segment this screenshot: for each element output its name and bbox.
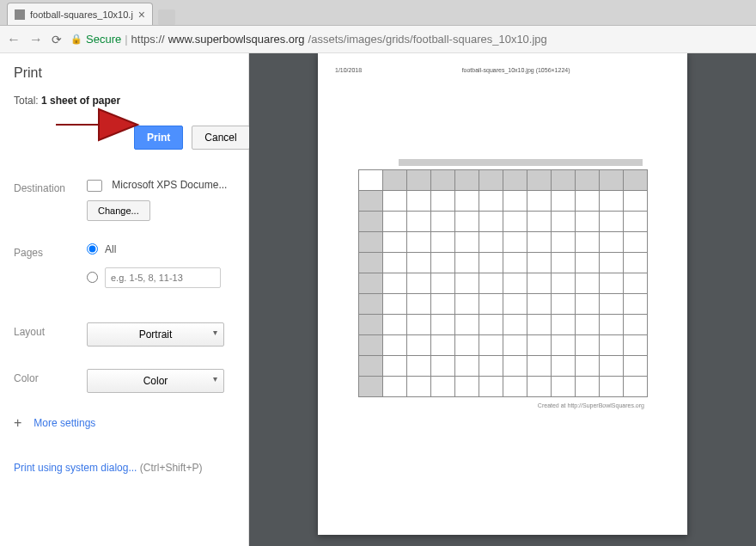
color-select[interactable]: Color	[87, 369, 224, 393]
printer-icon	[87, 180, 102, 192]
grid-cell	[623, 294, 647, 315]
grid-cell	[454, 377, 479, 397]
grid-cell	[358, 232, 382, 253]
color-row: Color Color	[14, 369, 235, 393]
grid-cell	[479, 273, 503, 294]
grid-cell	[503, 315, 527, 335]
grid-cell	[503, 377, 527, 397]
grid-cell	[430, 377, 454, 397]
pages-all-label: All	[105, 243, 116, 255]
print-title: Print	[14, 65, 235, 81]
grid-cell	[551, 273, 575, 294]
page-header-left: 1/10/2018	[335, 67, 362, 73]
layout-select[interactable]: Portrait	[87, 322, 224, 347]
grid-cell	[599, 315, 623, 335]
grid-cell	[382, 294, 406, 315]
grid-cell	[527, 170, 551, 191]
button-row: Print Cancel	[134, 126, 235, 150]
grid-cell	[479, 212, 503, 232]
forward-button[interactable]: →	[29, 32, 43, 47]
grid-cell	[503, 170, 527, 191]
grid-cell	[527, 315, 551, 335]
new-tab-button[interactable]	[158, 9, 175, 25]
grid-cell	[382, 315, 406, 335]
grid-cell	[406, 356, 430, 377]
grid-cell	[575, 273, 599, 294]
page-header: 1/10/2018 football-squares_10x10.jpg (10…	[335, 67, 670, 73]
grid-cell	[358, 253, 382, 273]
url-prefix: https://	[131, 33, 165, 46]
pages-range-radio[interactable]	[87, 272, 98, 283]
pages-range-input[interactable]	[105, 267, 221, 288]
created-by-text: Created at http://SuperBowlSquares.org	[335, 402, 644, 408]
grid-cell	[623, 377, 647, 397]
grid-cell	[527, 273, 551, 294]
grid-cell	[599, 191, 623, 212]
grid-cell	[599, 294, 623, 315]
grid-cell	[454, 191, 479, 212]
grid-cell	[551, 170, 575, 191]
grid-cell	[406, 377, 430, 397]
grid-cell	[454, 232, 479, 253]
destination-label: Destination	[14, 179, 87, 194]
pages-all-radio[interactable]	[87, 243, 98, 255]
grid-cell	[454, 170, 479, 191]
url-path: /assets/images/grids/football-squares_10…	[308, 33, 547, 46]
grid-cell	[503, 273, 527, 294]
grid-cell	[575, 294, 599, 315]
grid-cell	[382, 253, 406, 273]
more-settings-toggle[interactable]: + More settings	[14, 415, 235, 431]
grid-cell	[551, 335, 575, 356]
grid-cell	[623, 315, 647, 335]
url-input[interactable]: 🔒 Secure | https://www.superbowlsquares.…	[70, 33, 749, 46]
change-destination-button[interactable]: Change...	[87, 200, 150, 221]
color-label: Color	[14, 369, 87, 384]
grid-cell	[479, 253, 503, 273]
grid-cell	[406, 335, 430, 356]
url-domain: www.superbowlsquares.org	[168, 33, 305, 46]
page-icon	[15, 9, 25, 20]
grid-cell	[382, 377, 406, 397]
grid-cell	[503, 253, 527, 273]
grid-cell	[599, 335, 623, 356]
grid-cell	[503, 335, 527, 356]
grid-cell	[358, 356, 382, 377]
lock-icon: 🔒	[70, 34, 82, 45]
grid-cell	[479, 170, 503, 191]
grid-cell	[454, 273, 479, 294]
back-button[interactable]: ←	[7, 32, 21, 47]
grid-cell	[503, 212, 527, 232]
grid-cell	[406, 232, 430, 253]
grid-cell	[599, 253, 623, 273]
plus-icon: +	[14, 415, 21, 431]
grid-cell	[623, 232, 647, 253]
grid-cell	[503, 356, 527, 377]
browser-tab[interactable]: football-squares_10x10.j ×	[7, 3, 153, 25]
grid-cell	[479, 315, 503, 335]
cancel-button[interactable]: Cancel	[192, 126, 249, 150]
grid-cell	[430, 170, 454, 191]
grid-cell	[454, 253, 479, 273]
grid-cell	[479, 232, 503, 253]
grid-cell	[430, 232, 454, 253]
grid-cell	[454, 294, 479, 315]
close-icon[interactable]: ×	[138, 8, 145, 21]
grid-cell	[430, 191, 454, 212]
grid-cell	[575, 191, 599, 212]
grid-cell	[551, 191, 575, 212]
grid-cell	[430, 253, 454, 273]
grid-cell	[406, 191, 430, 212]
grid-cell	[430, 335, 454, 356]
grid-cell	[430, 212, 454, 232]
grid-cell	[382, 356, 406, 377]
grid-cell	[575, 232, 599, 253]
grid-cell	[479, 377, 503, 397]
reload-button[interactable]: ⟳	[52, 33, 62, 46]
system-dialog-link[interactable]: Print using system dialog... (Ctrl+Shift…	[14, 462, 235, 474]
grid-cell	[406, 315, 430, 335]
grid-cell	[358, 191, 382, 212]
grid-cell	[623, 170, 647, 191]
grid-cell	[527, 191, 551, 212]
grid-cell	[599, 273, 623, 294]
secure-label: Secure	[86, 33, 121, 46]
